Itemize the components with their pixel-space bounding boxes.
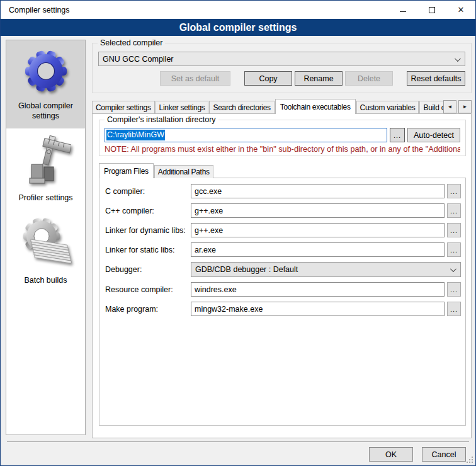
selected-compiler-group-label: Selected compiler	[98, 38, 165, 47]
tab-additional-paths[interactable]: Additional Paths	[154, 165, 213, 178]
sidebar-item-label: Global compiler settings	[8, 101, 84, 122]
tab-compiler-settings[interactable]: Compiler settings	[92, 101, 155, 114]
cancel-button[interactable]: Cancel	[422, 447, 466, 462]
sidebar-item-profiler-settings[interactable]: Profiler settings	[6, 128, 85, 210]
selected-compiler-group: Selected compiler GNU GCC Compiler Set a…	[92, 43, 472, 93]
dynamic-linker-row: Linker for dynamic libs: ...	[105, 223, 461, 237]
window-controls: ✕	[388, 1, 475, 19]
tab-scroll-right-button[interactable]: ►	[458, 100, 472, 113]
dialog-heading-text: Global compiler settings	[179, 22, 297, 33]
static-linker-browse-button[interactable]: ...	[447, 242, 461, 257]
reset-defaults-button[interactable]: Reset defaults	[407, 71, 465, 86]
bin-subdirectory-note: NOTE: All programs must exist either in …	[105, 145, 460, 154]
compiler-buttons-row: Set as default Copy Rename Delete Reset …	[98, 71, 465, 86]
window-title: Compiler settings	[9, 6, 70, 14]
c-compiler-input[interactable]	[191, 184, 445, 198]
sidebar-item-label: Profiler settings	[18, 193, 72, 203]
resource-compiler-label: Resource compiler:	[105, 285, 191, 294]
browse-directory-button[interactable]: ...	[390, 128, 405, 142]
debugger-select[interactable]: GDB/CDB debugger : Default	[191, 262, 461, 277]
compiler-select-value: GNU GCC Compiler	[103, 55, 174, 64]
installation-directory-row: C:\raylib\MinGW ... Auto-detect	[105, 128, 460, 142]
tab-search-directories[interactable]: Search directories	[209, 101, 274, 114]
static-linker-input[interactable]	[191, 242, 445, 257]
footer-buttons: OK Cancel	[369, 447, 466, 462]
sidebar-item-label: Batch builds	[24, 275, 67, 285]
toolchain-executables-page: Compiler's installation directory C:\ray…	[92, 113, 472, 438]
tab-linker-settings[interactable]: Linker settings	[156, 101, 209, 114]
program-files-panel: C compiler: ... C++ compiler: ... Linker…	[99, 178, 466, 426]
cpp-compiler-label: C++ compiler:	[105, 207, 191, 215]
dynamic-linker-browse-button[interactable]: ...	[447, 223, 461, 237]
c-compiler-row: C compiler: ...	[105, 184, 461, 198]
tab-scrollers: ◄ ►	[443, 100, 472, 113]
tab-scroll-left-button[interactable]: ◄	[443, 100, 456, 113]
static-linker-label: Linker for static libs:	[105, 246, 191, 254]
minimize-button[interactable]	[388, 1, 417, 19]
dialog-heading: Global compiler settings	[1, 19, 475, 36]
sidebar-item-batch-builds[interactable]: Batch builds	[6, 210, 85, 292]
compiler-settings-dialog: Compiler settings ✕ Global compiler sett…	[0, 0, 476, 466]
debugger-row: Debugger: GDB/CDB debugger : Default	[105, 262, 461, 277]
maximize-icon	[429, 7, 435, 13]
make-program-row: Make program: ...	[105, 302, 461, 316]
sidebar-item-global-compiler-settings[interactable]: Global compiler settings	[6, 40, 85, 128]
ok-button[interactable]: OK	[369, 447, 413, 462]
rename-button[interactable]: Rename	[295, 71, 343, 86]
cpp-compiler-row: C++ compiler: ...	[105, 203, 461, 218]
installation-directory-group-label: Compiler's installation directory	[105, 115, 218, 124]
tab-program-files[interactable]: Program Files	[99, 163, 154, 178]
resize-grip[interactable]	[472, 462, 473, 463]
caliper-icon	[21, 134, 71, 188]
make-program-input[interactable]	[191, 302, 445, 316]
close-icon: ✕	[458, 6, 465, 14]
close-button[interactable]: ✕	[446, 1, 475, 19]
program-files-tab-bar: Program Files Additional Paths	[99, 163, 466, 178]
set-as-default-button[interactable]: Set as default	[160, 71, 230, 86]
resource-compiler-row: Resource compiler: ...	[105, 282, 461, 297]
gray-gear-stack-icon	[20, 215, 72, 271]
main-panel: Selected compiler GNU GCC Compiler Set a…	[92, 38, 472, 438]
dynamic-linker-input[interactable]	[191, 223, 445, 237]
cpp-compiler-input[interactable]	[191, 203, 445, 218]
make-program-browse-button[interactable]: ...	[447, 302, 461, 316]
title-bar[interactable]: Compiler settings ✕	[1, 1, 475, 19]
chevron-down-icon	[455, 55, 461, 62]
minimize-icon	[400, 11, 406, 12]
debugger-label: Debugger:	[105, 265, 191, 274]
debugger-select-value: GDB/CDB debugger : Default	[195, 265, 298, 274]
footer-divider	[7, 441, 469, 442]
c-compiler-label: C compiler:	[105, 187, 191, 196]
tab-custom-variables[interactable]: Custom variables	[356, 101, 419, 114]
auto-detect-button[interactable]: Auto-detect	[407, 128, 460, 142]
settings-category-list: Global compiler settings	[6, 40, 86, 435]
resource-compiler-input[interactable]	[191, 282, 445, 297]
cpp-compiler-browse-button[interactable]: ...	[447, 203, 461, 218]
make-program-label: Make program:	[105, 305, 191, 314]
resource-compiler-browse-button[interactable]: ...	[447, 282, 461, 297]
compiler-select[interactable]: GNU GCC Compiler	[98, 52, 465, 66]
installation-directory-group: Compiler's installation directory C:\ray…	[99, 120, 466, 156]
static-linker-row: Linker for static libs: ...	[105, 242, 461, 257]
installation-directory-input[interactable]: C:\raylib\MinGW	[105, 128, 387, 142]
chevron-down-icon	[450, 266, 456, 272]
settings-tab-bar: Compiler settings Linker settings Search…	[92, 99, 472, 114]
copy-button[interactable]: Copy	[244, 71, 292, 86]
delete-button[interactable]: Delete	[345, 71, 393, 86]
blue-gear-icon	[21, 46, 71, 96]
maximize-button[interactable]	[417, 1, 446, 19]
dynamic-linker-label: Linker for dynamic libs:	[105, 226, 191, 235]
c-compiler-browse-button[interactable]: ...	[447, 184, 461, 198]
tab-toolchain-executables[interactable]: Toolchain executables	[275, 99, 356, 114]
installation-directory-value: C:\raylib\MinGW	[106, 130, 165, 140]
